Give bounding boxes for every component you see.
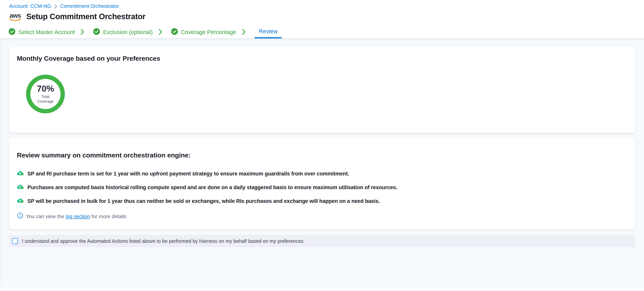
summary-point: $ SP and RI purchase term is set for 1 y… [17, 170, 628, 178]
cloud-dollar-icon: $ [17, 170, 24, 178]
info-row: i You can view the log section for more … [17, 213, 628, 220]
step-label: Exclusion (optional) [103, 29, 153, 35]
check-circle-icon [171, 28, 178, 36]
step-coverage-percentage[interactable]: Coverage Percentage [171, 26, 236, 38]
svg-text:$: $ [19, 172, 21, 175]
check-circle-icon [8, 28, 15, 36]
title-row: aws Setup Commitment Orchestrator [0, 9, 644, 22]
summary-points: $ SP and RI purchase term is set for 1 y… [17, 170, 628, 205]
breadcrumb: Account: CCM-NG Commitment Orchestrator [0, 0, 644, 9]
aws-logo-icon: aws [8, 12, 22, 22]
consent-bar: I understand and approve the Automated A… [9, 235, 636, 247]
summary-card-title: Review summary on commitment orchestrati… [17, 152, 628, 160]
page-header: Account: CCM-NG Commitment Orchestrator … [0, 0, 644, 39]
breadcrumb-page-link[interactable]: Commitment Orchestrator [60, 3, 119, 9]
gauge-label: Total Coverage [38, 94, 54, 104]
gauge-value: 70% [37, 84, 54, 93]
chevron-right-icon [242, 26, 246, 38]
check-circle-icon [94, 28, 100, 36]
breadcrumb-account-link[interactable]: Account: CCM-NG [9, 3, 51, 9]
step-exclusion[interactable]: Exclusion (optional) [94, 26, 153, 38]
cloud-dollar-icon: $ [17, 198, 24, 205]
summary-point-text: Purchases are computed basis historical … [28, 184, 398, 190]
wizard-stepper: Select Master Account Exclusion (optiona… [0, 26, 644, 39]
left-divider [1, 39, 2, 288]
svg-text:$: $ [19, 185, 21, 189]
cloud-dollar-icon: $ [17, 184, 24, 191]
summary-card: Review summary on commitment orchestrati… [9, 138, 636, 230]
coverage-card: Monthly Coverage based on your Preferenc… [9, 46, 636, 133]
svg-text:i: i [20, 214, 20, 218]
chevron-right-icon [54, 4, 57, 8]
info-suffix: for more details [90, 214, 126, 219]
summary-point-text: SP will be purchased in bulk for 1 year … [28, 198, 380, 204]
coverage-card-title: Monthly Coverage based on your Preferenc… [17, 55, 628, 63]
step-label: Select Master Account [18, 29, 75, 35]
coverage-gauge: 70% Total Coverage [26, 74, 65, 114]
step-label: Coverage Percentage [181, 29, 236, 35]
consent-checkbox[interactable] [12, 238, 18, 244]
commitment-orchestrator-page: Account: CCM-NG Commitment Orchestrator … [0, 0, 644, 291]
step-review-active-tab[interactable]: Review [254, 26, 282, 38]
chevron-right-icon [159, 26, 162, 38]
consent-label: I understand and approve the Automated A… [22, 238, 304, 244]
summary-point-text: SP and RI purchase term is set for 1 yea… [28, 171, 349, 177]
chevron-right-icon [81, 26, 84, 38]
summary-point: $ SP will be purchased in bulk for 1 yea… [17, 198, 628, 205]
summary-point: $ Purchases are computed basis historica… [17, 184, 628, 191]
step-select-master-account[interactable]: Select Master Account [8, 26, 75, 38]
info-prefix: You can view the [26, 214, 66, 219]
log-section-link[interactable]: log section [66, 214, 90, 219]
info-icon: i [17, 213, 23, 220]
svg-text:$: $ [19, 199, 21, 202]
step-label: Review [259, 28, 278, 34]
page-title: Setup Commitment Orchestrator [26, 12, 146, 21]
content-area: Monthly Coverage based on your Preferenc… [0, 39, 644, 288]
